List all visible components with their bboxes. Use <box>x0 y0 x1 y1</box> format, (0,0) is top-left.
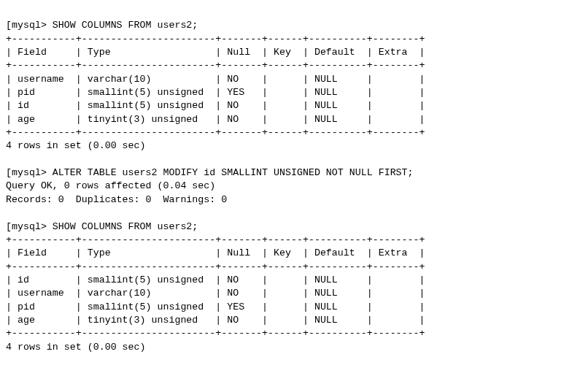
terminal-output: [mysql> SHOW COLUMNS FROM users2; +-----… <box>6 19 582 354</box>
